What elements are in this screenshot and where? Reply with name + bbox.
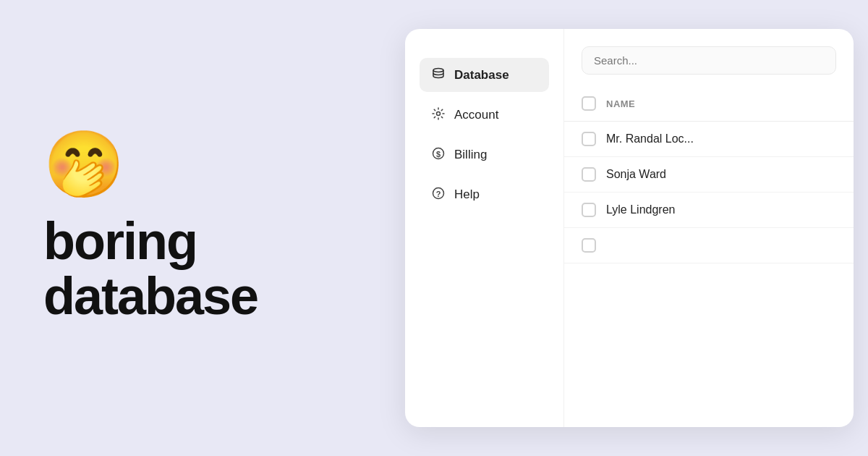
table-area: Name Mr. Randal Loc... Sonja Ward Lyle L… <box>564 86 854 427</box>
row-checkbox-1[interactable] <box>582 132 596 146</box>
gear-icon <box>431 106 446 123</box>
left-panel: 🤭 boring database <box>0 0 405 456</box>
headline: boring database <box>43 214 362 324</box>
svg-point-1 <box>437 112 441 116</box>
svg-text:?: ? <box>436 190 441 198</box>
sidebar-item-billing[interactable]: $ Billing <box>420 138 549 172</box>
right-panel: Database Account $ Bill <box>405 0 868 456</box>
help-icon: ? <box>431 186 446 203</box>
table-row[interactable]: Lyle Lindgren <box>564 193 854 228</box>
svg-point-0 <box>433 69 443 72</box>
table-row[interactable]: Sonja Ward <box>564 157 854 193</box>
sidebar-item-database[interactable]: Database <box>420 58 549 92</box>
sidebar: Database Account $ Bill <box>405 29 564 427</box>
sidebar-item-billing-label: Billing <box>454 148 487 162</box>
row-checkbox-2[interactable] <box>582 167 596 182</box>
search-bar <box>564 29 854 86</box>
header-checkbox[interactable] <box>582 96 596 111</box>
emoji-icon: 🤭 <box>43 132 362 197</box>
search-input[interactable] <box>582 46 836 75</box>
sidebar-item-account-label: Account <box>454 108 498 122</box>
sidebar-item-help-label: Help <box>454 187 480 202</box>
svg-text:$: $ <box>436 150 441 159</box>
dollar-icon: $ <box>431 146 446 163</box>
sidebar-item-account[interactable]: Account <box>420 98 549 132</box>
cell-name-1: Mr. Randal Loc... <box>606 132 694 145</box>
app-card: Database Account $ Bill <box>405 29 854 427</box>
headline-line2: database <box>43 267 258 325</box>
table-row[interactable] <box>564 228 854 263</box>
sidebar-item-help[interactable]: ? Help <box>420 177 549 211</box>
row-checkbox-3[interactable] <box>582 203 596 217</box>
main-content: Name Mr. Randal Loc... Sonja Ward Lyle L… <box>564 29 854 427</box>
cell-name-3: Lyle Lindgren <box>606 203 675 216</box>
column-name-label: Name <box>606 98 635 109</box>
row-checkbox-4[interactable] <box>582 238 596 253</box>
headline-line1: boring <box>43 212 197 270</box>
table-row[interactable]: Mr. Randal Loc... <box>564 122 854 157</box>
database-icon <box>431 67 446 83</box>
sidebar-item-database-label: Database <box>454 68 509 83</box>
table-header-row: Name <box>564 86 854 122</box>
cell-name-2: Sonja Ward <box>606 168 666 181</box>
